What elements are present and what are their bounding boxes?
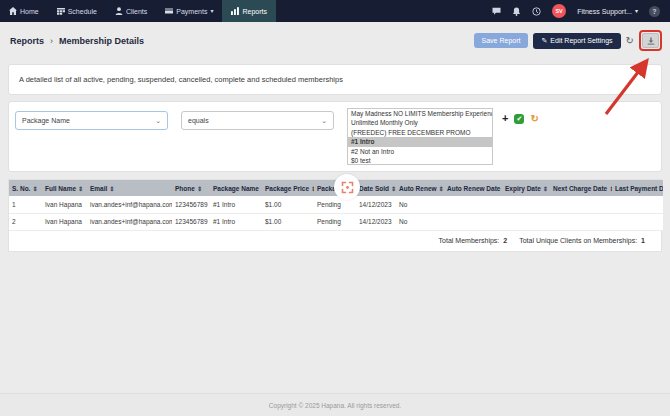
column-header[interactable]: Package Price⇕ bbox=[262, 180, 314, 196]
page-title: Membership Details bbox=[59, 36, 144, 46]
column-header[interactable]: Last Payment Date⇕ bbox=[612, 180, 663, 196]
table-cell: 1 bbox=[9, 196, 42, 213]
sort-icon: ⇕ bbox=[78, 186, 83, 192]
table-body: 1Ivan Hapanaivan.andes+inf@hapana.com123… bbox=[9, 196, 663, 230]
column-header[interactable]: Expiry Date⇕ bbox=[502, 180, 550, 196]
sort-icon: ⇕ bbox=[197, 186, 202, 192]
table-row: 1Ivan Hapanaivan.andes+inf@hapana.com123… bbox=[9, 196, 663, 213]
table-cell: #1 Intro bbox=[210, 213, 262, 230]
home-icon bbox=[9, 7, 17, 16]
nav-item-clients[interactable]: Clients bbox=[106, 0, 156, 22]
listbox-option[interactable]: May Madness NO LIMITS Membership Experie… bbox=[348, 109, 492, 118]
nav-item-label: Home bbox=[20, 8, 39, 15]
total-unique-clients-label: Total Unique Clients on Memberships: bbox=[519, 237, 637, 244]
filter-operator-select[interactable]: equals ⌄ bbox=[181, 111, 334, 130]
table-cell bbox=[612, 196, 663, 213]
top-navbar: Home Schedule Clients Payments ▾ Reports… bbox=[0, 0, 670, 22]
table-cell bbox=[444, 196, 502, 213]
table-cell bbox=[550, 213, 612, 230]
column-header[interactable]: S. No.⇕ bbox=[9, 180, 42, 196]
clock-icon[interactable] bbox=[532, 2, 541, 20]
table-cell: Pending bbox=[314, 196, 356, 213]
main-menu: Home Schedule Clients Payments ▾ Reports bbox=[0, 0, 276, 22]
table-cell: Ivan Hapana bbox=[42, 196, 87, 213]
table-cell bbox=[444, 213, 502, 230]
table-cell: Ivan Hapana bbox=[42, 213, 87, 230]
table-cell: #1 Intro bbox=[210, 196, 262, 213]
table-cell: 123456789 bbox=[172, 213, 210, 230]
sort-icon: ⇕ bbox=[543, 186, 548, 192]
reset-filter-icon[interactable]: ↻ bbox=[530, 114, 538, 124]
table-cell: 14/12/2023 bbox=[356, 213, 396, 230]
table-cell bbox=[502, 213, 550, 230]
add-filter-icon[interactable]: + bbox=[502, 113, 508, 124]
breadcrumb-separator: › bbox=[50, 36, 53, 46]
table-cell bbox=[502, 196, 550, 213]
account-name: Fitness Support... bbox=[577, 8, 632, 15]
apply-filter-icon[interactable]: ✔ bbox=[514, 114, 524, 124]
nav-item-label: Schedule bbox=[68, 8, 97, 15]
account-menu[interactable]: Fitness Support... ▾ bbox=[577, 8, 638, 15]
table-row: 2Ivan Hapanaivan.andes+inf@hapana.com123… bbox=[9, 213, 663, 230]
table-cell bbox=[550, 196, 612, 213]
clients-icon bbox=[115, 7, 123, 16]
pencil-icon: ✎ bbox=[541, 37, 547, 45]
report-description: A detailed list of all active, pending, … bbox=[19, 75, 343, 84]
listbox-option[interactable]: $0 test bbox=[348, 156, 492, 165]
sort-icon: ⇕ bbox=[391, 186, 396, 192]
column-header[interactable]: Auto Renew⇕ bbox=[396, 180, 444, 196]
payments-icon bbox=[165, 7, 173, 16]
schedule-icon bbox=[57, 7, 65, 16]
column-header[interactable]: Package Status⇕ bbox=[314, 180, 356, 196]
table-cell: Pending bbox=[314, 213, 356, 230]
chevron-down-icon: ⌄ bbox=[155, 117, 161, 125]
table-cell: No bbox=[396, 196, 444, 213]
chevron-down-icon: ▾ bbox=[210, 8, 213, 14]
table-cell bbox=[612, 213, 663, 230]
column-header[interactable]: Next Charge Date⇕ bbox=[550, 180, 612, 196]
sort-icon: ⇕ bbox=[609, 186, 612, 192]
sort-icon: ⇕ bbox=[439, 186, 444, 192]
filter-field-value: Package Name bbox=[22, 117, 70, 124]
breadcrumb-reports-link[interactable]: Reports bbox=[10, 36, 44, 46]
edit-report-settings-label: Edit Report Settings bbox=[550, 37, 612, 44]
table-cell: $1.00 bbox=[262, 196, 314, 213]
nav-item-schedule[interactable]: Schedule bbox=[48, 0, 106, 22]
edit-report-settings-button[interactable]: ✎ Edit Report Settings bbox=[533, 33, 620, 49]
table-cell: ivan.andes+inf@hapana.com bbox=[87, 213, 172, 230]
nav-item-reports[interactable]: Reports bbox=[222, 0, 276, 22]
sort-icon: ⇕ bbox=[32, 186, 37, 192]
nav-item-home[interactable]: Home bbox=[0, 0, 48, 22]
nav-item-label: Payments bbox=[176, 8, 207, 15]
download-icon bbox=[647, 37, 655, 45]
table-cell: 123456789 bbox=[172, 196, 210, 213]
refresh-icon[interactable]: ↻ bbox=[626, 36, 634, 46]
table-header-row: S. No.⇕Full Name⇕Email⇕Phone⇕Package Nam… bbox=[9, 180, 663, 196]
save-report-button[interactable]: Save Report bbox=[474, 33, 529, 48]
listbox-option[interactable]: #2 Not an Intro bbox=[348, 147, 492, 156]
reports-icon bbox=[231, 7, 239, 16]
help-icon[interactable]: ? bbox=[649, 6, 660, 17]
bell-icon[interactable] bbox=[512, 2, 521, 20]
avatar[interactable]: SV bbox=[552, 4, 566, 18]
column-header[interactable]: Auto Renew Date⇕ bbox=[444, 180, 502, 196]
nav-item-payments[interactable]: Payments ▾ bbox=[156, 0, 222, 22]
nav-item-label: Clients bbox=[126, 8, 147, 15]
column-header[interactable]: Email⇕ bbox=[87, 180, 172, 196]
column-header[interactable]: Package Name⇕ bbox=[210, 180, 262, 196]
listbox-option[interactable]: Unlimited Monthly Only bbox=[348, 118, 492, 127]
breadcrumb: Reports › Membership Details bbox=[8, 36, 144, 46]
sort-icon: ⇕ bbox=[311, 186, 314, 192]
export-download-button[interactable] bbox=[642, 33, 659, 48]
package-listbox[interactable]: May Madness NO LIMITS Membership Experie… bbox=[347, 108, 493, 165]
copyright-text: Copyright © 2025 Hapana. All rights rese… bbox=[269, 402, 401, 409]
listbox-option[interactable]: #1 Intro bbox=[348, 137, 492, 146]
column-header[interactable]: Phone⇕ bbox=[172, 180, 210, 196]
filter-field-select[interactable]: Package Name ⌄ bbox=[15, 111, 168, 130]
listbox-option[interactable]: (FREEDEC) FREE DECEMBER PROMO bbox=[348, 128, 492, 137]
table-cell: 14/12/2023 bbox=[356, 196, 396, 213]
chat-icon[interactable] bbox=[492, 2, 501, 20]
column-header[interactable]: Date Sold⇕ bbox=[356, 180, 396, 196]
column-header[interactable]: Full Name⇕ bbox=[42, 180, 87, 196]
sort-icon: ⇕ bbox=[109, 186, 114, 192]
